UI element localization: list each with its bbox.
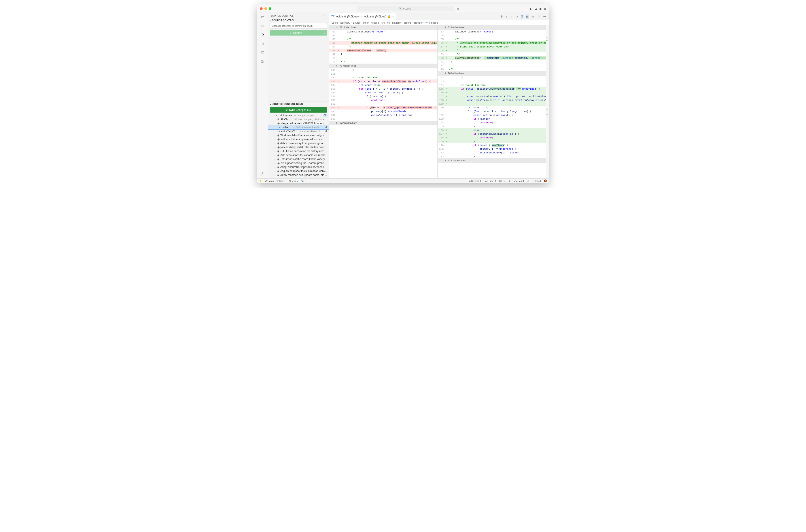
- next-change-icon[interactable]: ↓: [510, 15, 513, 19]
- code-line[interactable]: 68 maxNumberOfItems?: number;: [329, 49, 437, 52]
- sync-changes-button[interactable]: ⟳ Sync Changes 68↓: [270, 107, 327, 113]
- breadcrumb-item[interactable]: vscode: [371, 21, 379, 24]
- file-row[interactable]: TStoolbar.tssrc/vs/platform/actions/brow…: [268, 126, 329, 129]
- commit-message-input[interactable]: [270, 23, 327, 28]
- commit-row[interactable]: ›◉[Accessibility] ctrl+k, ctrl+shift+n d…: [268, 145, 329, 149]
- commit-row[interactable]: ›◉debt - move away from generic groups `…: [268, 141, 329, 145]
- code-line[interactable]: 152 // count for max: [329, 76, 437, 79]
- origin-branch-row[interactable]: ⌄ ☁ origin/main Incoming Changes 68: [268, 113, 329, 117]
- code-line[interactable]: 172 extraSecondary[i] = action;: [438, 151, 546, 154]
- code-line[interactable]: 151: [329, 72, 437, 76]
- whitespace-icon[interactable]: ¶: [521, 15, 523, 19]
- all-changes-row[interactable]: › 🗎 All Changes 133 files changed, 1958 …: [268, 117, 329, 121]
- code-line[interactable]: 159 }: [329, 102, 437, 106]
- code-line[interactable]: 163 }: [329, 117, 437, 121]
- commit-row[interactable]: ›◉Adopt ensureNoDisposablesAreLeakedInTe…: [268, 165, 329, 169]
- code-line[interactable]: 162 extraSecondary[i] = action;: [329, 113, 437, 117]
- code-line[interactable]: 153 if (this._options?.maxNumberOfItems …: [329, 79, 437, 83]
- sync-more-icon[interactable]: ⋯: [325, 103, 327, 106]
- breadcrumb-item[interactable]: browser: [414, 21, 423, 24]
- code-line[interactable]: 73/**: [438, 67, 546, 71]
- hidden-lines-top[interactable]: ⇕62 hidden lines: [438, 25, 546, 30]
- code-line[interactable]: 163 if (!action) {: [438, 117, 546, 121]
- hidden-lines-mid[interactable]: ⇕78 hidden lines: [329, 63, 437, 68]
- status-cursor-position[interactable]: Ln 66, Col 1: [468, 179, 481, 182]
- code-line[interactable]: 161 primary[i] = undefined!;: [329, 110, 437, 113]
- tab-close-icon[interactable]: ✕: [392, 15, 394, 18]
- customize-layout-icon[interactable]: ▦: [544, 7, 546, 10]
- commit-row[interactable]: ›◉eng: fix snapshot tests in macos webki…: [268, 169, 329, 173]
- revert-icon[interactable]: ↺: [537, 15, 540, 19]
- breadcrumb-item[interactable]: Users: [332, 21, 338, 24]
- unfold-icon[interactable]: ⇕: [336, 121, 338, 125]
- code-line[interactable]: 70 overflowBehavior?: { maxItems: number…: [438, 56, 546, 60]
- code-line[interactable]: 160 let count = 0;: [438, 106, 546, 110]
- commit-row[interactable]: ›◉Lets issues of the "don't know" variet…: [268, 157, 329, 161]
- code-line[interactable]: 152 }: [438, 76, 546, 79]
- code-line[interactable]: 71};: [438, 60, 546, 63]
- code-line[interactable]: 171 primary[i] = undefined!;: [438, 147, 546, 151]
- commit-split-button[interactable]: ⌄: [322, 30, 327, 36]
- breadcrumb-item[interactable]: actions: [404, 21, 411, 24]
- unfold-icon[interactable]: ⇕: [444, 159, 446, 163]
- breadcrumb-item[interactable]: src: [381, 21, 385, 24]
- code-line[interactable]: 164 continue;: [438, 121, 546, 125]
- diff-original-pane[interactable]: ⇕62 hidden lines 63 allowContextMenu?: n…: [329, 25, 438, 178]
- diff-modified-pane[interactable]: ⇕62 hidden lines 63 allowContextMenu?: n…: [438, 25, 546, 178]
- open-external-icon[interactable]: ⧉: [457, 7, 459, 10]
- scm-section-header[interactable]: ⌄ SOURCE CONTROL: [268, 18, 329, 22]
- status-sync[interactable]: ⟳ 68↓ 0↑: [277, 179, 286, 182]
- activity-search-icon[interactable]: [260, 23, 265, 29]
- commit-message-field[interactable]: [270, 23, 327, 28]
- code-line[interactable]: 154 let count = 0;: [329, 83, 437, 87]
- code-line[interactable]: 64: [438, 34, 546, 37]
- commit-row[interactable]: ›◉Add decorations for variables in rende…: [268, 153, 329, 157]
- status-notifications-icon[interactable]: 🔕: [544, 179, 547, 182]
- breadcrumb-item[interactable]: toolbar.ts: [429, 21, 438, 24]
- activity-explorer-icon[interactable]: [260, 15, 265, 20]
- status-branch[interactable]: ⎇ main: [265, 179, 274, 182]
- code-line[interactable]: 68 *: [438, 49, 546, 52]
- breadcrumb-item[interactable]: Source: [353, 21, 361, 24]
- code-line[interactable]: 155 for (let i = 0; i < primary.length; …: [329, 87, 437, 91]
- collapse-unchanged-icon[interactable]: ⊟: [526, 15, 529, 19]
- code-line[interactable]: 70: [329, 56, 437, 60]
- previous-change-icon[interactable]: ↑: [505, 15, 508, 19]
- nav-back-icon[interactable]: ←: [345, 7, 348, 10]
- unfold-icon[interactable]: ⇕: [444, 72, 446, 75]
- status-encoding[interactable]: UTF-8: [499, 179, 506, 182]
- code-line[interactable]: 168 continue;: [438, 136, 546, 139]
- activity-extensions-icon[interactable]: [260, 59, 265, 64]
- status-language-mode[interactable]: { } TypeScript: [509, 179, 524, 182]
- code-line[interactable]: 66 * Controls the overflow behavior of t…: [438, 41, 546, 45]
- breadcrumb-item[interactable]: other: [363, 21, 369, 24]
- unfold-icon[interactable]: ⇕: [336, 64, 338, 68]
- status-spell[interactable]: ✓ Spell: [532, 179, 541, 182]
- hidden-lines-top[interactable]: ⇕62 hidden lines: [329, 25, 437, 30]
- window-maximize-button[interactable]: [269, 7, 271, 10]
- toggle-secondary-sidebar-icon[interactable]: ◨: [539, 7, 541, 10]
- toggle-inline-icon[interactable]: ◇: [531, 15, 535, 19]
- code-line[interactable]: 71/**: [329, 60, 437, 63]
- code-line[interactable]: 63 allowContextMenu?: never;: [329, 30, 437, 34]
- code-line[interactable]: 165 }: [438, 125, 546, 128]
- status-indentation[interactable]: Tab Size: 4: [484, 179, 496, 182]
- code-line[interactable]: 64: [329, 34, 437, 37]
- breadcrumb-item[interactable]: lszomoru: [340, 21, 350, 24]
- remote-indicator[interactable]: ⚡: [259, 179, 262, 182]
- sidebar-more-icon[interactable]: ⋯: [324, 14, 326, 17]
- code-line[interactable]: 166 count++;: [438, 128, 546, 132]
- editor-tab[interactable]: TS toolbar.ts (ffc6fdea^) ↔ toolbar.ts (…: [329, 13, 396, 20]
- code-line[interactable]: 158 const maxItems = this._options.overf…: [438, 98, 546, 102]
- code-line[interactable]: 158 continue;: [329, 98, 437, 102]
- commit-row[interactable]: ›◉cli: support setting the --parent-proc…: [268, 161, 329, 165]
- toggle-panel-icon[interactable]: ⬓: [535, 7, 537, 10]
- commit-row[interactable]: ›◉editors - further improve `isFirst` an…: [268, 137, 329, 141]
- code-line[interactable]: 157 const exempted = new Set(this._optio…: [438, 94, 546, 98]
- status-feedback-icon[interactable]: ☺: [527, 179, 529, 182]
- hidden-lines-mid[interactable]: ⇕78 hidden lines: [438, 71, 546, 76]
- breadcrumb-item[interactable]: vs: [387, 21, 390, 24]
- code-line[interactable]: 162 const action = primary[i];: [438, 113, 546, 117]
- hidden-lines-bot[interactable]: ⇕172 hidden lines: [438, 158, 546, 163]
- swap-icon[interactable]: ⇄: [515, 15, 519, 19]
